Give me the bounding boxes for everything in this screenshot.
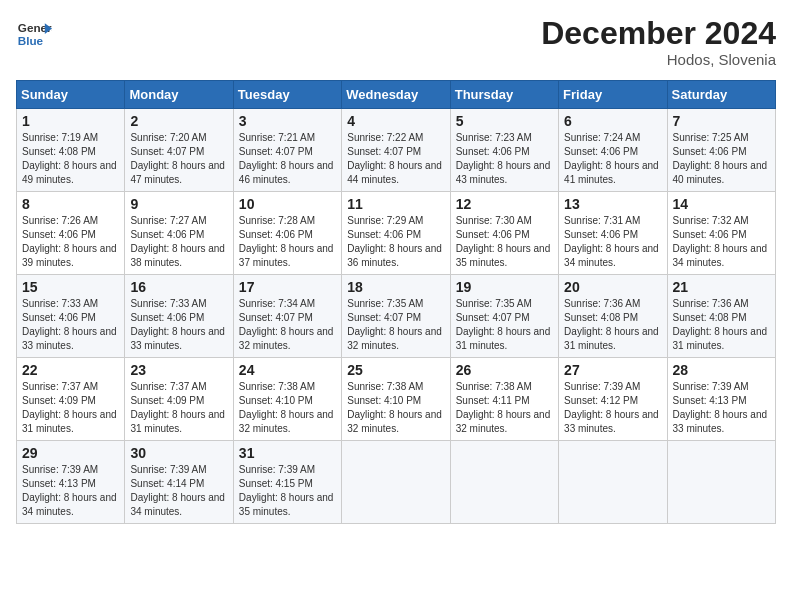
day-cell: 20 Sunrise: 7:36 AM Sunset: 4:08 PM Dayl… — [559, 275, 667, 358]
day-number: 16 — [130, 279, 227, 295]
day-cell: 24 Sunrise: 7:38 AM Sunset: 4:10 PM Dayl… — [233, 358, 341, 441]
day-cell: 28 Sunrise: 7:39 AM Sunset: 4:13 PM Dayl… — [667, 358, 775, 441]
day-number: 23 — [130, 362, 227, 378]
day-cell: 1 Sunrise: 7:19 AM Sunset: 4:08 PM Dayli… — [17, 109, 125, 192]
day-cell: 3 Sunrise: 7:21 AM Sunset: 4:07 PM Dayli… — [233, 109, 341, 192]
day-info: Sunrise: 7:22 AM Sunset: 4:07 PM Dayligh… — [347, 131, 444, 187]
day-cell: 15 Sunrise: 7:33 AM Sunset: 4:06 PM Dayl… — [17, 275, 125, 358]
day-number: 15 — [22, 279, 119, 295]
day-number: 18 — [347, 279, 444, 295]
location: Hodos, Slovenia — [541, 51, 776, 68]
day-cell: 19 Sunrise: 7:35 AM Sunset: 4:07 PM Dayl… — [450, 275, 558, 358]
column-header-friday: Friday — [559, 81, 667, 109]
day-info: Sunrise: 7:25 AM Sunset: 4:06 PM Dayligh… — [673, 131, 770, 187]
day-info: Sunrise: 7:36 AM Sunset: 4:08 PM Dayligh… — [564, 297, 661, 353]
day-number: 3 — [239, 113, 336, 129]
day-cell: 6 Sunrise: 7:24 AM Sunset: 4:06 PM Dayli… — [559, 109, 667, 192]
day-cell: 12 Sunrise: 7:30 AM Sunset: 4:06 PM Dayl… — [450, 192, 558, 275]
day-cell: 22 Sunrise: 7:37 AM Sunset: 4:09 PM Dayl… — [17, 358, 125, 441]
day-number: 27 — [564, 362, 661, 378]
svg-text:Blue: Blue — [18, 34, 44, 47]
week-row-2: 8 Sunrise: 7:26 AM Sunset: 4:06 PM Dayli… — [17, 192, 776, 275]
day-number: 31 — [239, 445, 336, 461]
day-number: 24 — [239, 362, 336, 378]
page-header: General Blue December 2024 Hodos, Sloven… — [16, 16, 776, 68]
day-number: 26 — [456, 362, 553, 378]
day-cell — [342, 441, 450, 524]
day-cell: 30 Sunrise: 7:39 AM Sunset: 4:14 PM Dayl… — [125, 441, 233, 524]
day-info: Sunrise: 7:39 AM Sunset: 4:12 PM Dayligh… — [564, 380, 661, 436]
logo: General Blue — [16, 16, 52, 52]
day-number: 6 — [564, 113, 661, 129]
calendar-table: SundayMondayTuesdayWednesdayThursdayFrid… — [16, 80, 776, 524]
day-info: Sunrise: 7:38 AM Sunset: 4:10 PM Dayligh… — [347, 380, 444, 436]
day-cell: 5 Sunrise: 7:23 AM Sunset: 4:06 PM Dayli… — [450, 109, 558, 192]
day-number: 19 — [456, 279, 553, 295]
day-number: 28 — [673, 362, 770, 378]
day-cell: 29 Sunrise: 7:39 AM Sunset: 4:13 PM Dayl… — [17, 441, 125, 524]
day-cell: 26 Sunrise: 7:38 AM Sunset: 4:11 PM Dayl… — [450, 358, 558, 441]
day-cell: 11 Sunrise: 7:29 AM Sunset: 4:06 PM Dayl… — [342, 192, 450, 275]
day-info: Sunrise: 7:39 AM Sunset: 4:14 PM Dayligh… — [130, 463, 227, 519]
day-cell: 25 Sunrise: 7:38 AM Sunset: 4:10 PM Dayl… — [342, 358, 450, 441]
day-cell: 21 Sunrise: 7:36 AM Sunset: 4:08 PM Dayl… — [667, 275, 775, 358]
column-header-thursday: Thursday — [450, 81, 558, 109]
column-header-saturday: Saturday — [667, 81, 775, 109]
day-info: Sunrise: 7:23 AM Sunset: 4:06 PM Dayligh… — [456, 131, 553, 187]
column-header-sunday: Sunday — [17, 81, 125, 109]
column-header-wednesday: Wednesday — [342, 81, 450, 109]
day-info: Sunrise: 7:39 AM Sunset: 4:15 PM Dayligh… — [239, 463, 336, 519]
week-row-1: 1 Sunrise: 7:19 AM Sunset: 4:08 PM Dayli… — [17, 109, 776, 192]
day-number: 25 — [347, 362, 444, 378]
day-info: Sunrise: 7:28 AM Sunset: 4:06 PM Dayligh… — [239, 214, 336, 270]
day-cell: 23 Sunrise: 7:37 AM Sunset: 4:09 PM Dayl… — [125, 358, 233, 441]
column-header-tuesday: Tuesday — [233, 81, 341, 109]
day-number: 10 — [239, 196, 336, 212]
day-cell: 18 Sunrise: 7:35 AM Sunset: 4:07 PM Dayl… — [342, 275, 450, 358]
day-info: Sunrise: 7:38 AM Sunset: 4:11 PM Dayligh… — [456, 380, 553, 436]
day-number: 9 — [130, 196, 227, 212]
day-info: Sunrise: 7:34 AM Sunset: 4:07 PM Dayligh… — [239, 297, 336, 353]
day-info: Sunrise: 7:30 AM Sunset: 4:06 PM Dayligh… — [456, 214, 553, 270]
day-info: Sunrise: 7:38 AM Sunset: 4:10 PM Dayligh… — [239, 380, 336, 436]
day-cell: 27 Sunrise: 7:39 AM Sunset: 4:12 PM Dayl… — [559, 358, 667, 441]
day-number: 30 — [130, 445, 227, 461]
day-cell: 13 Sunrise: 7:31 AM Sunset: 4:06 PM Dayl… — [559, 192, 667, 275]
day-info: Sunrise: 7:26 AM Sunset: 4:06 PM Dayligh… — [22, 214, 119, 270]
day-number: 7 — [673, 113, 770, 129]
day-info: Sunrise: 7:20 AM Sunset: 4:07 PM Dayligh… — [130, 131, 227, 187]
day-info: Sunrise: 7:27 AM Sunset: 4:06 PM Dayligh… — [130, 214, 227, 270]
week-row-4: 22 Sunrise: 7:37 AM Sunset: 4:09 PM Dayl… — [17, 358, 776, 441]
day-cell: 16 Sunrise: 7:33 AM Sunset: 4:06 PM Dayl… — [125, 275, 233, 358]
day-number: 21 — [673, 279, 770, 295]
day-info: Sunrise: 7:39 AM Sunset: 4:13 PM Dayligh… — [673, 380, 770, 436]
day-number: 2 — [130, 113, 227, 129]
day-cell: 31 Sunrise: 7:39 AM Sunset: 4:15 PM Dayl… — [233, 441, 341, 524]
day-number: 14 — [673, 196, 770, 212]
day-number: 17 — [239, 279, 336, 295]
day-info: Sunrise: 7:32 AM Sunset: 4:06 PM Dayligh… — [673, 214, 770, 270]
day-info: Sunrise: 7:29 AM Sunset: 4:06 PM Dayligh… — [347, 214, 444, 270]
day-info: Sunrise: 7:35 AM Sunset: 4:07 PM Dayligh… — [456, 297, 553, 353]
logo-icon: General Blue — [16, 16, 52, 52]
day-info: Sunrise: 7:37 AM Sunset: 4:09 PM Dayligh… — [130, 380, 227, 436]
header-row: SundayMondayTuesdayWednesdayThursdayFrid… — [17, 81, 776, 109]
day-number: 29 — [22, 445, 119, 461]
day-info: Sunrise: 7:31 AM Sunset: 4:06 PM Dayligh… — [564, 214, 661, 270]
day-cell — [667, 441, 775, 524]
day-cell: 17 Sunrise: 7:34 AM Sunset: 4:07 PM Dayl… — [233, 275, 341, 358]
day-cell: 9 Sunrise: 7:27 AM Sunset: 4:06 PM Dayli… — [125, 192, 233, 275]
day-number: 22 — [22, 362, 119, 378]
week-row-3: 15 Sunrise: 7:33 AM Sunset: 4:06 PM Dayl… — [17, 275, 776, 358]
day-number: 20 — [564, 279, 661, 295]
day-info: Sunrise: 7:39 AM Sunset: 4:13 PM Dayligh… — [22, 463, 119, 519]
day-cell: 8 Sunrise: 7:26 AM Sunset: 4:06 PM Dayli… — [17, 192, 125, 275]
day-info: Sunrise: 7:21 AM Sunset: 4:07 PM Dayligh… — [239, 131, 336, 187]
day-number: 5 — [456, 113, 553, 129]
day-number: 12 — [456, 196, 553, 212]
day-cell: 10 Sunrise: 7:28 AM Sunset: 4:06 PM Dayl… — [233, 192, 341, 275]
day-number: 8 — [22, 196, 119, 212]
day-cell — [450, 441, 558, 524]
day-number: 1 — [22, 113, 119, 129]
day-info: Sunrise: 7:33 AM Sunset: 4:06 PM Dayligh… — [22, 297, 119, 353]
